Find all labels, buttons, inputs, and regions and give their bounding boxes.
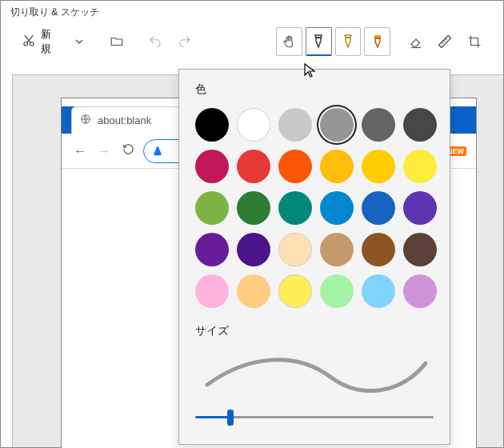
highlighter-icon	[371, 34, 384, 50]
color-swatch[interactable]	[320, 150, 354, 183]
color-swatch[interactable]	[195, 233, 229, 266]
color-swatch[interactable]	[237, 150, 270, 183]
color-swatch-grid	[195, 108, 434, 308]
window-title: 切り取り & スケッチ	[1, 1, 503, 24]
crop-button[interactable]	[461, 27, 487, 56]
redo-icon	[178, 34, 192, 49]
app-window: 切り取り & スケッチ 新規	[0, 0, 504, 448]
crop-icon	[467, 34, 482, 49]
color-swatch[interactable]	[362, 150, 395, 183]
chevron-down-icon	[74, 37, 84, 46]
color-swatch[interactable]	[237, 274, 270, 308]
back-button[interactable]: ←	[71, 144, 89, 158]
color-swatch[interactable]	[278, 191, 312, 225]
color-swatch[interactable]	[237, 108, 270, 142]
color-section-label: 色	[195, 82, 434, 97]
color-swatch[interactable]	[278, 233, 312, 266]
open-file-button[interactable]	[104, 27, 130, 56]
pen-icon	[312, 34, 325, 50]
color-swatch[interactable]	[320, 233, 354, 266]
folder-icon	[110, 34, 124, 49]
color-swatch[interactable]	[362, 274, 395, 308]
slider-track-filled	[195, 416, 230, 418]
globe-icon	[80, 114, 91, 127]
slider-thumb[interactable]	[227, 410, 234, 426]
color-swatch[interactable]	[403, 233, 437, 266]
color-swatch[interactable]	[320, 191, 354, 225]
toolbar: 新規	[1, 24, 503, 64]
color-swatch[interactable]	[403, 191, 437, 225]
ballpoint-pen-button[interactable]	[306, 27, 332, 56]
flask-icon	[152, 146, 163, 157]
touch-writing-button[interactable]	[276, 27, 302, 56]
reload-button[interactable]	[119, 143, 137, 158]
new-dropdown-button[interactable]	[66, 27, 92, 56]
forward-button[interactable]: →	[95, 144, 113, 158]
undo-icon	[148, 34, 162, 49]
slider-track-empty	[230, 416, 434, 418]
color-swatch[interactable]	[195, 108, 229, 142]
color-swatch[interactable]	[195, 150, 229, 183]
stroke-preview	[195, 348, 434, 398]
tab-label: about:blank	[98, 114, 151, 126]
color-swatch[interactable]	[362, 108, 395, 142]
color-swatch[interactable]	[278, 274, 312, 308]
redo-button[interactable]	[171, 27, 198, 56]
color-swatch[interactable]	[237, 191, 270, 225]
color-swatch[interactable]	[237, 233, 270, 266]
undo-button[interactable]	[142, 27, 169, 56]
new-label: 新規	[41, 27, 58, 56]
ruler-button[interactable]	[432, 27, 458, 56]
color-swatch[interactable]	[403, 108, 437, 142]
size-section-label: サイズ	[195, 324, 434, 338]
highlighter-button[interactable]	[364, 27, 390, 56]
eraser-icon	[409, 34, 423, 49]
color-swatch[interactable]	[278, 108, 312, 142]
pencil-icon	[342, 34, 354, 50]
size-slider[interactable]	[195, 405, 434, 429]
snip-icon	[22, 34, 36, 50]
color-swatch[interactable]	[362, 233, 395, 266]
color-swatch[interactable]	[320, 108, 354, 142]
color-swatch[interactable]	[362, 191, 395, 225]
color-swatch[interactable]	[320, 274, 354, 308]
color-swatch[interactable]	[403, 274, 437, 308]
new-snip-button[interactable]: 新規	[17, 27, 62, 56]
color-swatch[interactable]	[195, 191, 229, 225]
color-swatch[interactable]	[403, 150, 437, 183]
color-swatch[interactable]	[195, 274, 229, 308]
ruler-icon	[437, 34, 453, 50]
pen-flyout: 色 サイズ	[178, 69, 450, 445]
hand-icon	[282, 34, 296, 49]
eraser-button[interactable]	[402, 27, 429, 56]
pencil-button[interactable]	[335, 27, 362, 56]
color-swatch[interactable]	[278, 150, 312, 183]
